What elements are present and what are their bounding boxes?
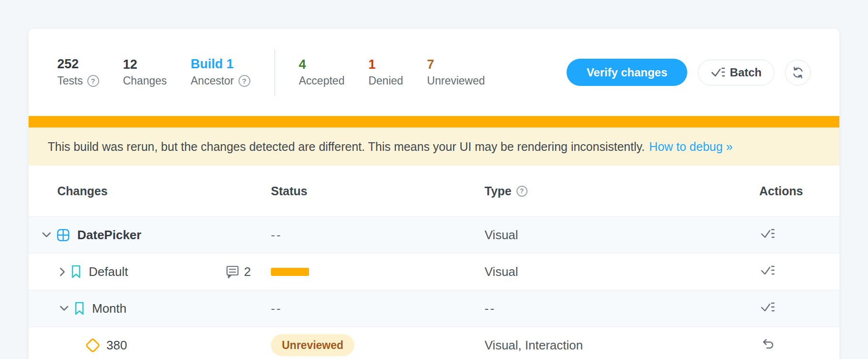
batch-button[interactable]: Batch — [698, 60, 775, 85]
build-stats: 252 Tests ? 12 Changes Build 1 Ancestor … — [57, 49, 485, 96]
bookmark-icon — [71, 265, 81, 279]
bookmark-icon — [74, 302, 84, 316]
row-name: DatePicker — [77, 228, 141, 243]
change-diamond-icon — [84, 337, 101, 353]
component-icon — [57, 229, 70, 242]
verify-changes-button[interactable]: Verify changes — [567, 59, 687, 86]
tests-label: Tests — [57, 75, 83, 86]
build-summary-card: 252 Tests ? 12 Changes Build 1 Ancestor … — [29, 29, 839, 359]
status-progress-bar — [271, 268, 309, 276]
stat-changes: 12 Changes — [123, 58, 167, 86]
build-header: 252 Tests ? 12 Changes Build 1 Ancestor … — [29, 29, 839, 116]
table-row-month[interactable]: Month -- -- — [29, 290, 839, 327]
accepted-count: 4 — [299, 58, 345, 71]
changes-table-header: Changes Status Type ? Actions — [29, 166, 839, 216]
header-actions: Verify changes Batch — [567, 59, 811, 86]
unreviewed-count: 7 — [427, 58, 485, 71]
banner-text: This build was rerun, but the changes de… — [48, 140, 645, 154]
comment-count: 2 — [244, 264, 251, 279]
rerun-warning-banner: This build was rerun, but the changes de… — [29, 127, 839, 166]
changes-count: 12 — [123, 58, 167, 71]
ancestor-build-link[interactable]: Build 1 — [191, 58, 250, 71]
tests-count: 252 — [57, 58, 99, 71]
row-name: 380 — [106, 338, 127, 353]
status-empty: -- — [271, 301, 485, 316]
stat-denied: 1 Denied — [368, 58, 403, 86]
stat-tests: 252 Tests ? — [57, 58, 99, 87]
row-name: Default — [89, 264, 128, 279]
help-icon[interactable]: ? — [87, 75, 99, 87]
help-icon[interactable]: ? — [238, 75, 250, 87]
undo-icon[interactable] — [760, 338, 774, 351]
chevron-down-icon[interactable] — [42, 232, 51, 238]
column-header-status: Status — [271, 184, 485, 198]
column-header-changes: Changes — [42, 184, 271, 198]
denied-label: Denied — [368, 75, 403, 86]
help-icon[interactable]: ? — [517, 186, 527, 197]
stat-ancestor: Build 1 Ancestor ? — [191, 58, 250, 87]
column-header-type: Type ? — [485, 184, 759, 198]
build-progress-strip — [29, 116, 839, 127]
batch-accept-icon[interactable] — [760, 264, 775, 277]
sync-icon — [791, 66, 805, 79]
status-badge: Unreviewed — [271, 334, 354, 356]
table-row-datepicker[interactable]: DatePicker -- Visual — [29, 216, 839, 253]
unreviewed-label: Unreviewed — [427, 75, 485, 86]
batch-accept-icon — [711, 66, 725, 79]
stat-unreviewed: 7 Unreviewed — [427, 58, 485, 86]
how-to-debug-link[interactable]: How to debug » — [649, 140, 733, 154]
changes-label: Changes — [123, 75, 167, 86]
batch-accept-icon[interactable] — [760, 228, 775, 240]
row-type: Visual — [485, 228, 759, 243]
row-type: -- — [485, 301, 759, 316]
chevron-right-icon[interactable] — [60, 267, 65, 276]
denied-count: 1 — [368, 58, 403, 71]
batch-accept-icon[interactable] — [760, 301, 775, 314]
row-type: Visual — [485, 264, 759, 279]
table-row-380[interactable]: 380 Unreviewed Visual, Interaction — [29, 327, 839, 359]
comment-icon — [226, 265, 239, 278]
column-header-actions: Actions — [759, 184, 839, 198]
stats-divider — [274, 49, 275, 96]
ancestor-label: Ancestor — [191, 75, 234, 86]
table-row-default[interactable]: Default 2 Visual — [29, 253, 839, 290]
rerun-build-button[interactable] — [785, 60, 811, 85]
stat-accepted: 4 Accepted — [299, 58, 345, 86]
comments-indicator[interactable]: 2 — [226, 264, 251, 279]
chevron-down-icon[interactable] — [60, 306, 69, 311]
accepted-label: Accepted — [299, 75, 345, 86]
row-name: Month — [92, 301, 126, 316]
row-type: Visual, Interaction — [485, 338, 759, 353]
status-empty: -- — [271, 228, 485, 243]
